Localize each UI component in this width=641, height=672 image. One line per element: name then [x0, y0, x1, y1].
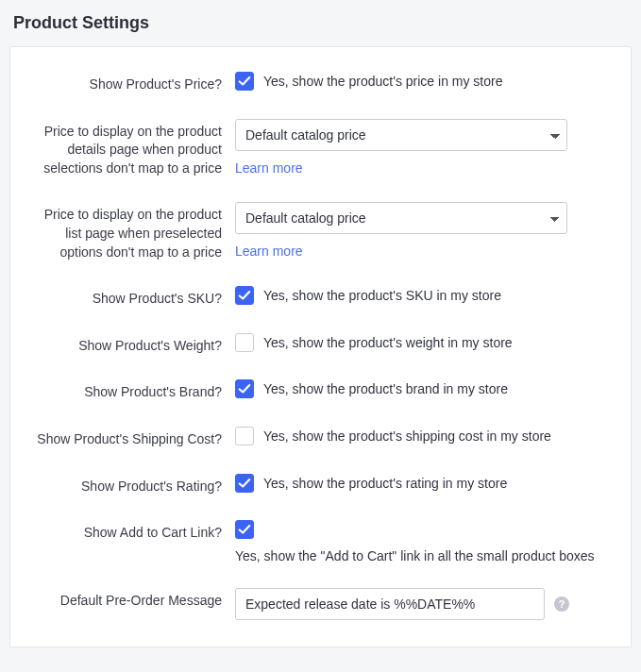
- link-learn-more-detail[interactable]: Learn more: [235, 160, 303, 176]
- row-show-cart: Show Add to Cart Link? Yes, show the "Ad…: [27, 520, 614, 563]
- row-show-price: Show Product's Price? Yes, show the prod…: [27, 72, 614, 94]
- label-detail-price: Price to display on the product details …: [27, 119, 235, 178]
- checkbox-label-show-rating: Yes, show the product's rating in my sto…: [263, 476, 507, 491]
- label-show-sku: Show Product's SKU?: [27, 286, 235, 309]
- row-show-sku: Show Product's SKU? Yes, show the produc…: [27, 286, 614, 309]
- checkbox-label-show-shipping: Yes, show the product's shipping cost in…: [263, 428, 551, 444]
- input-preorder-message[interactable]: [235, 588, 545, 620]
- help-icon[interactable]: ?: [554, 596, 569, 612]
- check-icon: [238, 477, 251, 490]
- checkbox-show-cart[interactable]: [235, 520, 254, 539]
- row-preorder-message: Default Pre-Order Message ?: [27, 588, 614, 620]
- checkbox-label-show-cart: Yes, show the "Add to Cart" link in all …: [235, 548, 595, 563]
- check-icon: [238, 289, 251, 302]
- row-show-shipping: Show Product's Shipping Cost? Yes, show …: [27, 427, 614, 449]
- checkbox-label-show-brand: Yes, show the product's brand in my stor…: [263, 381, 508, 396]
- section-title: Product Settings: [13, 13, 632, 33]
- label-list-price: Price to display on the product list pag…: [27, 202, 235, 261]
- select-list-price[interactable]: Default catalog price: [235, 202, 567, 234]
- row-show-brand: Show Product's Brand? Yes, show the prod…: [27, 379, 614, 402]
- check-icon: [238, 523, 251, 536]
- label-preorder-message: Default Pre-Order Message: [27, 588, 235, 611]
- link-learn-more-list[interactable]: Learn more: [235, 244, 303, 259]
- label-show-brand: Show Product's Brand?: [27, 379, 235, 402]
- label-show-shipping: Show Product's Shipping Cost?: [27, 427, 235, 449]
- checkbox-label-show-weight: Yes, show the product's weight in my sto…: [263, 335, 513, 350]
- check-icon: [238, 75, 251, 88]
- checkbox-label-show-price: Yes, show the product's price in my stor…: [263, 74, 503, 89]
- checkbox-show-price[interactable]: [235, 72, 254, 91]
- check-icon: [238, 382, 251, 395]
- label-show-price: Show Product's Price?: [27, 72, 235, 94]
- label-show-rating: Show Product's Rating?: [27, 474, 235, 496]
- checkbox-show-brand[interactable]: [235, 379, 254, 398]
- checkbox-show-sku[interactable]: [235, 286, 254, 305]
- row-detail-price: Price to display on the product details …: [27, 119, 614, 178]
- checkbox-label-show-sku: Yes, show the product's SKU in my store: [263, 288, 501, 303]
- row-show-weight: Show Product's Weight? Yes, show the pro…: [27, 333, 614, 356]
- checkbox-show-weight[interactable]: [235, 333, 254, 352]
- checkbox-show-shipping[interactable]: [235, 427, 254, 445]
- row-show-rating: Show Product's Rating? Yes, show the pro…: [27, 474, 614, 496]
- label-show-cart: Show Add to Cart Link?: [27, 520, 235, 543]
- label-show-weight: Show Product's Weight?: [27, 333, 235, 356]
- settings-panel: Show Product's Price? Yes, show the prod…: [9, 46, 632, 647]
- row-list-price: Price to display on the product list pag…: [27, 202, 614, 261]
- checkbox-show-rating[interactable]: [235, 474, 254, 493]
- select-detail-price[interactable]: Default catalog price: [235, 119, 567, 151]
